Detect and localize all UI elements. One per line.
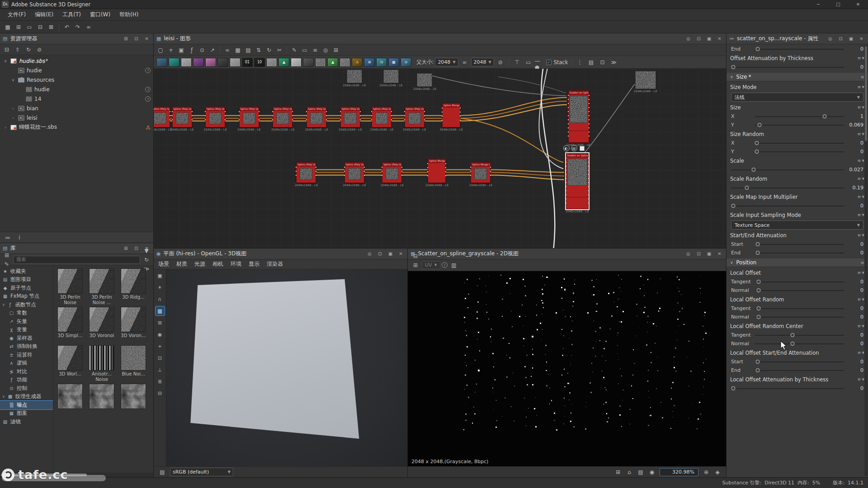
pin-input-icon[interactable]: ⊤: [512, 58, 522, 67]
tile-dark-noise[interactable]: [340, 58, 350, 67]
slider-value[interactable]: 0.19: [847, 185, 863, 191]
float-icon[interactable]: ⊡: [837, 35, 844, 42]
graph-node[interactable]: Scatter on Spline Gray...2048x2048 - L8: [568, 90, 589, 143]
float-icon[interactable]: ⊡: [376, 250, 384, 258]
menu-item-4[interactable]: 帮助(H): [115, 9, 142, 20]
dependencies-icon[interactable]: ∞: [84, 23, 94, 32]
slider-track[interactable]: [755, 151, 844, 152]
pin-icon[interactable]: ◎: [826, 35, 834, 42]
tile-white-noise[interactable]: [291, 58, 302, 67]
maximize-icon[interactable]: ▣: [847, 35, 855, 42]
slider-knob[interactable]: [756, 315, 760, 319]
more-icon[interactable]: ≫: [609, 58, 619, 67]
focus-icon[interactable]: ◎: [321, 46, 330, 55]
library-hscrollbar[interactable]: [0, 473, 153, 477]
category-item[interactable]: ≶对比: [0, 367, 53, 376]
minimize-button[interactable]: ─: [808, 0, 828, 9]
zoom-reset-icon[interactable]: ⊕: [701, 468, 711, 477]
float-icon[interactable]: ⊡: [132, 35, 140, 42]
slider-knob[interactable]: [755, 360, 760, 364]
slider-track[interactable]: [755, 282, 844, 282]
uv-dropdown[interactable]: UV▼: [422, 261, 440, 269]
move-icon[interactable]: +: [156, 342, 165, 351]
slider-value[interactable]: 0: [847, 140, 863, 146]
graph-node[interactable]: Spline Merge List2048x2048 - L8: [428, 159, 446, 183]
scrollbar-thumb[interactable]: [865, 46, 867, 141]
details-view-icon[interactable]: ≔: [3, 233, 13, 242]
pen-icon[interactable]: ✎: [289, 46, 299, 55]
slider-track[interactable]: [731, 388, 844, 389]
section-header[interactable]: ∨Position≡: [726, 258, 868, 267]
category-item[interactable]: ◉采样器: [0, 334, 53, 343]
parameter-menu-icon[interactable]: ≡ ▼: [857, 350, 864, 355]
slider-track[interactable]: [731, 67, 844, 68]
parameter-menu-icon[interactable]: ≡ ▼: [857, 131, 864, 136]
parent-width-dropdown[interactable]: 2048▼: [435, 58, 458, 66]
slider-track[interactable]: [755, 361, 844, 362]
parameter-menu-icon[interactable]: ≡ ▼: [857, 377, 864, 382]
slider-track[interactable]: [731, 188, 844, 188]
tile-noise[interactable]: [181, 58, 192, 67]
camera-icon[interactable]: ▣: [156, 271, 165, 280]
align-icon[interactable]: ≡: [310, 46, 320, 55]
parameter-dropdown[interactable]: Texture Space▼: [731, 221, 863, 230]
category-selected[interactable]: ▒噪点: [0, 401, 53, 409]
graph-node[interactable]: Spline (Poly Quadratic)2048x2048 - L8: [273, 107, 292, 127]
menu-item-1[interactable]: 编辑(E): [31, 9, 57, 20]
link-icon[interactable]: ∞: [222, 46, 232, 55]
save-all-icon[interactable]: ⊠: [46, 23, 56, 32]
graph-node[interactable]: Spline Merge List2048x2048 - L8: [442, 103, 460, 127]
category-item[interactable]: ↗矢量: [0, 317, 53, 326]
copy-icon[interactable]: ⊞: [410, 261, 420, 270]
graph-node[interactable]: Spline (Poly Quadratic)2048x2048 - L8: [340, 107, 360, 127]
sync-icon[interactable]: ↻: [142, 255, 151, 264]
library-item[interactable]: 3D Worl...: [56, 345, 84, 382]
close-button[interactable]: ✕: [848, 0, 868, 9]
tile-height[interactable]: ▲: [327, 58, 338, 67]
tree-item[interactable]: ∨hudie.sbs*: [0, 56, 153, 66]
frame-icon[interactable]: ▭: [300, 46, 310, 55]
expand-arrow-icon[interactable]: ›: [3, 125, 8, 130]
library-item[interactable]: 3D Perlin Noise: [56, 268, 84, 305]
fit-view-icon[interactable]: ⌂: [624, 468, 634, 477]
grid-icon[interactable]: ⊞: [156, 318, 165, 327]
node-preview-swatch[interactable]: [580, 146, 585, 151]
slider-track[interactable]: [755, 253, 844, 253]
view3d-menu-4[interactable]: 环境: [231, 260, 241, 268]
slider-knob[interactable]: [755, 150, 759, 154]
maximize-icon[interactable]: ▣: [705, 35, 713, 42]
display-icon[interactable]: ▥: [156, 306, 165, 315]
graph-canvas[interactable]: 2048x2048 - L82048x2048 - L82048x2048 - …: [154, 69, 726, 248]
preview-toggle-icon[interactable]: ◐: [563, 145, 570, 151]
parameter-menu-icon[interactable]: ≡ ▼: [857, 176, 864, 181]
library-item[interactable]: [56, 384, 84, 420]
slider-knob[interactable]: [757, 123, 761, 127]
parameter-menu-icon[interactable]: ≡ ▼: [857, 84, 864, 89]
slider-value[interactable]: 0: [847, 367, 863, 373]
parameter-menu-icon[interactable]: ≡ ▼: [857, 194, 864, 199]
lock-icon[interactable]: ◈: [712, 468, 722, 477]
library-item[interactable]: 3D Ridg...: [119, 268, 147, 305]
info-icon[interactable]: i: [14, 233, 24, 242]
category-item[interactable]: ◆原子节点: [0, 284, 53, 292]
tree-item[interactable]: ›bian: [0, 103, 153, 113]
expand-arrow-icon[interactable]: ›: [10, 116, 16, 120]
graph-node-thumbnail[interactable]: 2048x2048 - L8: [347, 70, 362, 83]
tile-gray[interactable]: [303, 58, 314, 67]
expand-arrow-icon[interactable]: ›: [10, 106, 16, 111]
tree-item[interactable]: hudiei: [0, 84, 153, 94]
menu-item-0[interactable]: 文件(F): [4, 9, 30, 20]
align-nodes-icon[interactable]: ▤: [586, 58, 596, 67]
slider-knob[interactable]: [755, 251, 760, 255]
slider-track[interactable]: [755, 244, 844, 245]
new-graph-icon[interactable]: ⊞: [14, 23, 24, 32]
layers-icon[interactable]: ⊟: [156, 389, 165, 398]
tile-warning[interactable]: ⚠: [352, 58, 363, 67]
slider-track[interactable]: [731, 206, 844, 206]
view3d-menu-2[interactable]: 光源: [194, 260, 205, 268]
graph-node-selected[interactable]: Scatter on Spline Gray...2048x2048 - L8: [566, 153, 589, 209]
graph-node[interactable]: Spline (Poly Quadratic)2048x2048 - L8: [344, 162, 364, 183]
tile-gradient[interactable]: [193, 58, 204, 67]
slider-value[interactable]: 0.027: [847, 167, 863, 173]
slider-track[interactable]: [755, 125, 844, 126]
